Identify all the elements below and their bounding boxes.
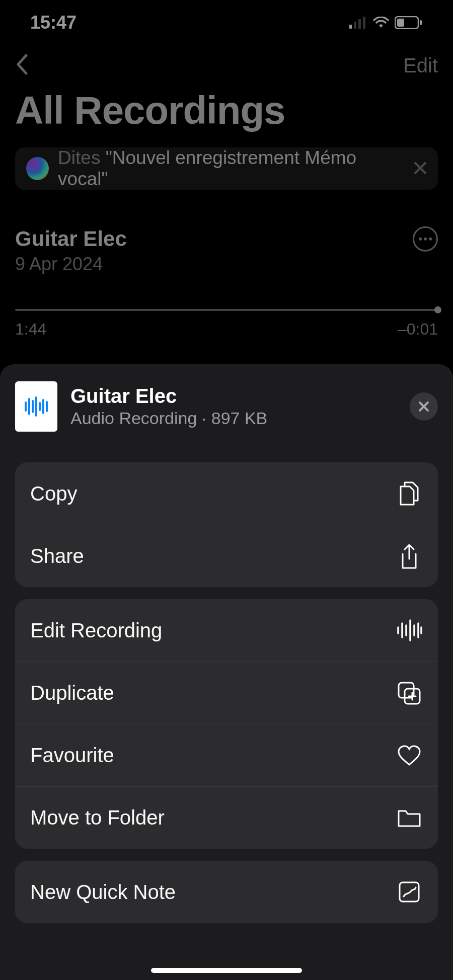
status-icons	[349, 16, 423, 29]
sheet-divider	[0, 447, 453, 447]
sheet-header: Guitar Elec Audio Recording · 897 KB	[15, 381, 438, 432]
action-duplicate[interactable]: Duplicate	[15, 662, 438, 724]
close-sheet-button[interactable]	[410, 392, 438, 421]
more-button[interactable]	[413, 226, 438, 252]
siri-suggestion[interactable]: Dites "Nouvel enregistrement Mémo vocal"	[15, 147, 438, 190]
action-copy[interactable]: Copy	[15, 462, 438, 525]
progress-times: 1:44 –0:01	[15, 320, 438, 339]
siri-icon	[26, 157, 49, 180]
duplicate-icon	[396, 680, 423, 707]
action-label: New Quick Note	[30, 881, 176, 904]
progress-knob[interactable]	[434, 306, 441, 313]
signal-icon	[349, 17, 367, 29]
action-sheet: Guitar Elec Audio Recording · 897 KB Cop…	[0, 364, 453, 980]
file-icon	[15, 381, 57, 432]
action-group-1: Copy Share	[15, 462, 438, 587]
svg-rect-2	[358, 19, 361, 29]
action-group-3: New Quick Note	[15, 861, 438, 923]
heart-icon	[396, 742, 423, 769]
status-bar: 15:47	[15, 0, 438, 45]
status-time: 15:47	[30, 12, 77, 33]
share-icon	[396, 543, 423, 570]
action-label: Edit Recording	[30, 619, 162, 642]
progress-bar[interactable]	[15, 309, 438, 311]
close-icon[interactable]	[414, 158, 427, 179]
copy-icon	[396, 480, 423, 507]
action-share[interactable]: Share	[15, 525, 438, 587]
svg-rect-1	[354, 22, 356, 29]
action-move-to-folder[interactable]: Move to Folder	[15, 786, 438, 849]
action-favourite[interactable]: Favourite	[15, 724, 438, 786]
svg-rect-6	[420, 20, 422, 25]
wifi-icon	[372, 17, 390, 29]
siri-text: Dites "Nouvel enregistrement Mémo vocal"	[58, 147, 405, 190]
action-group-2: Edit Recording Duplicate	[15, 599, 438, 849]
action-new-quick-note[interactable]: New Quick Note	[15, 861, 438, 923]
action-edit-recording[interactable]: Edit Recording	[15, 599, 438, 662]
sheet-subtitle: Audio Recording · 897 KB	[70, 409, 267, 428]
waveform-icon	[396, 617, 423, 644]
elapsed-time: 1:44	[15, 320, 46, 339]
page-title: All Recordings	[15, 88, 438, 133]
recording-date: 9 Apr 2024	[15, 254, 438, 275]
remaining-time: –0:01	[398, 320, 438, 339]
action-label: Share	[30, 545, 84, 567]
back-button[interactable]	[15, 53, 28, 77]
svg-rect-3	[363, 17, 365, 29]
edit-button[interactable]: Edit	[403, 54, 438, 77]
action-label: Favourite	[30, 744, 114, 767]
home-indicator[interactable]	[151, 968, 302, 973]
recording-title: Guitar Elec	[15, 227, 127, 251]
nav-row: Edit	[15, 45, 438, 86]
action-label: Move to Folder	[30, 806, 165, 829]
action-label: Duplicate	[30, 682, 114, 704]
svg-rect-0	[349, 25, 352, 29]
folder-icon	[396, 804, 423, 832]
battery-icon	[395, 16, 423, 29]
quick-note-icon	[396, 878, 423, 906]
svg-rect-5	[397, 19, 404, 27]
sheet-title: Guitar Elec	[70, 385, 267, 407]
action-label: Copy	[30, 482, 77, 505]
